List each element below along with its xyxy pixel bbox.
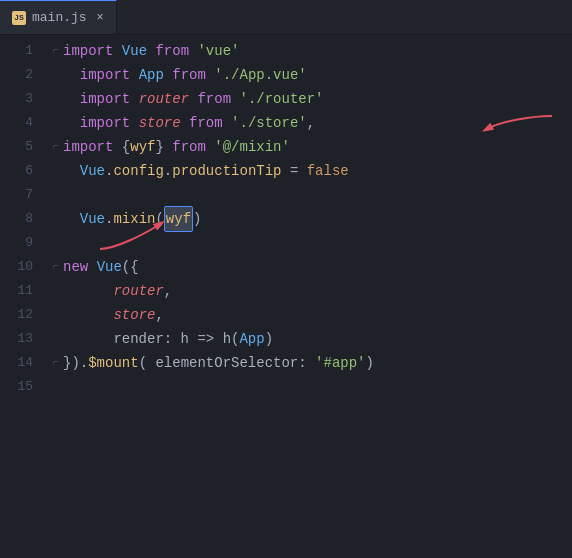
code-line-8: Vue.mixin(wyf)	[49, 207, 572, 231]
code-line-13: render: h => h(App)	[49, 327, 572, 351]
fold-icon-10[interactable]: ⌐	[49, 255, 63, 279]
tab-js-icon: JS	[12, 11, 26, 25]
editor-body: 1 2 3 4 5 6 7 8 9 10 11 12 13 14 15 ⌐imp…	[0, 35, 572, 558]
token: import	[63, 39, 113, 63]
fold-icon-14[interactable]: ⌐	[49, 351, 63, 375]
code-line-14: ⌐}).$mount( elementOrSelector: '#app')	[49, 351, 572, 375]
code-line-9	[49, 231, 572, 255]
code-line-11: router,	[49, 279, 572, 303]
line-numbers: 1 2 3 4 5 6 7 8 9 10 11 12 13 14 15	[0, 35, 45, 558]
code-line-6: Vue.config.productionTip = false	[49, 159, 572, 183]
tab-filename: main.js	[32, 10, 87, 25]
fold-icon-5[interactable]: ⌐	[49, 135, 63, 159]
code-line-2: import App from './App.vue'	[49, 63, 572, 87]
wyf-highlight: wyf	[164, 206, 193, 232]
tab-bar: JS main.js ×	[0, 0, 572, 35]
code-line-12: store,	[49, 303, 572, 327]
code-line-4: import store from './store',	[49, 111, 572, 135]
tab-main-js[interactable]: JS main.js ×	[0, 0, 117, 34]
code-line-15	[49, 375, 572, 399]
code-line-7	[49, 183, 572, 207]
editor-window: JS main.js × 1 2 3 4 5 6 7 8 9 10 11 12 …	[0, 0, 572, 558]
code-line-1: ⌐import Vue from 'vue'	[49, 39, 572, 63]
tab-close-button[interactable]: ×	[97, 11, 104, 25]
code-line-3: import router from './router'	[49, 87, 572, 111]
code-area: ⌐import Vue from 'vue' import App from '…	[45, 35, 572, 558]
code-line-10: ⌐new Vue({	[49, 255, 572, 279]
code-line-5: ⌐import {wyf} from '@/mixin'	[49, 135, 572, 159]
fold-icon-1[interactable]: ⌐	[49, 39, 63, 63]
